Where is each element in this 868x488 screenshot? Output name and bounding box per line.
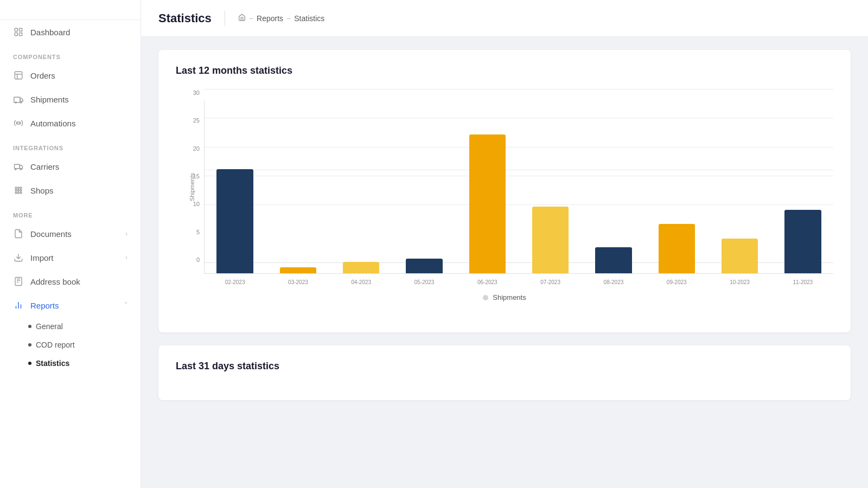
breadcrumb: − Reports − Statistics [238, 14, 324, 23]
home-icon[interactable] [238, 14, 246, 23]
svg-point-14 [15, 187, 17, 189]
svg-rect-11 [15, 164, 20, 169]
sidebar-shipments-label: Shipments [30, 95, 69, 104]
sidebar-item-address-book[interactable]: Address book [0, 269, 141, 293]
sidebar-item-reports[interactable]: Reports ˅ [0, 293, 141, 317]
breadcrumb-sep1: − [249, 14, 253, 23]
y-label-0: 0 [176, 256, 203, 263]
y-label-25: 25 [176, 117, 203, 124]
svg-point-12 [15, 169, 16, 170]
import-icon [13, 252, 24, 263]
reports-chevron-icon: ˅ [124, 301, 127, 309]
breadcrumb-sep2: − [286, 14, 291, 23]
svg-point-22 [20, 192, 22, 194]
sidebar-item-import[interactable]: Import › [0, 246, 141, 269]
orders-icon [13, 70, 24, 81]
svg-rect-3 [20, 33, 22, 36]
sidebar-item-automations[interactable]: Automations [0, 111, 141, 135]
sidebar-dashboard-label: Dashboard [30, 28, 70, 37]
svg-point-19 [20, 190, 22, 191]
main-content: Statistics − Reports − Statistics Last 1… [141, 0, 868, 488]
sidebar-documents-label: Documents [30, 229, 72, 239]
sidebar-orders-label: Orders [30, 71, 55, 80]
bar-x-label: 07-2023 [540, 279, 560, 285]
bar-x-label: 10-2023 [730, 279, 750, 285]
bar-group: 05-2023 [394, 100, 455, 273]
bar [659, 224, 695, 273]
svg-point-10 [17, 122, 20, 125]
bar-x-label: 05-2023 [414, 279, 435, 285]
y-label-5: 5 [176, 229, 203, 235]
sidebar-item-shipments[interactable]: Shipments [0, 87, 141, 111]
sidebar-address-book-label: Address book [30, 277, 80, 286]
y-labels: 0 5 10 15 20 25 30 [176, 89, 203, 263]
sidebar-import-label: Import [30, 253, 54, 262]
automations-icon [13, 118, 24, 129]
svg-rect-0 [15, 28, 17, 31]
svg-rect-4 [15, 72, 22, 79]
bar-group: 09-2023 [646, 100, 707, 273]
sidebar-item-orders[interactable]: Orders [0, 63, 141, 87]
sidebar-statistics-label: Statistics [36, 359, 69, 368]
sidebar-item-documents[interactable]: Documents › [0, 222, 141, 246]
bar [469, 134, 506, 273]
sidebar-general-label: General [36, 322, 63, 331]
chart-12months: Shipments 0 5 [176, 89, 833, 317]
bar-x-label: 04-2023 [351, 279, 371, 285]
sidebar-carriers-label: Carriers [30, 162, 59, 171]
shipments-icon [13, 94, 24, 105]
general-dot [28, 325, 31, 328]
sidebar-sub-item-general[interactable]: General [0, 317, 141, 336]
sidebar: Dashboard COMPONENTS Orders Shipments Au… [0, 0, 141, 488]
cod-dot [28, 343, 31, 346]
bar-group: 11-2023 [773, 100, 833, 273]
card-31days: Last 31 days statistics [158, 345, 851, 400]
reports-icon [13, 300, 24, 311]
chart-31days-title: Last 31 days statistics [176, 361, 833, 372]
documents-chevron-icon: › [125, 230, 127, 237]
sidebar-item-shops[interactable]: Shops [0, 178, 141, 202]
sidebar-sub-item-cod-report[interactable]: COD report [0, 336, 141, 354]
section-label-integrations: INTEGRATIONS [0, 135, 141, 155]
bar-group: 02-2023 [205, 100, 265, 273]
bar-x-label: 03-2023 [288, 279, 308, 285]
sidebar-logo [0, 0, 141, 20]
carriers-icon [13, 161, 24, 172]
sidebar-sub-item-statistics[interactable]: Statistics [0, 354, 141, 373]
svg-point-9 [21, 102, 22, 103]
y-label-15: 15 [176, 173, 203, 179]
legend-dot [483, 295, 488, 300]
bars-container: 02-202303-202304-202305-202306-202307-20… [204, 100, 833, 274]
bar [280, 267, 316, 273]
statistics-dot [28, 362, 31, 365]
bar-x-label: 02-2023 [225, 279, 245, 285]
chart-12months-title: Last 12 months statistics [176, 65, 833, 76]
bar-x-label: 11-2023 [793, 279, 813, 285]
shops-icon [13, 185, 24, 196]
bar-x-label: 09-2023 [667, 279, 687, 285]
breadcrumb-reports[interactable]: Reports [257, 14, 283, 23]
import-chevron-icon: › [125, 254, 127, 261]
bar [532, 207, 569, 273]
breadcrumb-statistics: Statistics [294, 14, 324, 23]
svg-rect-24 [15, 278, 22, 286]
bar-group: 10-2023 [709, 100, 770, 273]
svg-rect-1 [20, 28, 22, 31]
section-label-components: COMPONENTS [0, 44, 141, 63]
bar-x-label: 08-2023 [604, 279, 624, 285]
bar-group: 07-2023 [520, 100, 580, 273]
svg-point-20 [15, 192, 17, 194]
card-12months: Last 12 months statistics Shipments [158, 50, 851, 332]
dashboard-icon [13, 27, 24, 37]
sidebar-item-carriers[interactable]: Carriers [0, 155, 141, 178]
svg-point-18 [18, 190, 20, 191]
section-label-more: MORE [0, 202, 141, 222]
documents-icon [13, 228, 24, 239]
svg-point-15 [18, 187, 20, 189]
bar-group: 03-2023 [267, 100, 328, 273]
sidebar-item-dashboard[interactable]: Dashboard [0, 20, 141, 44]
bar [722, 239, 758, 273]
legend-label: Shipments [493, 293, 526, 301]
sidebar-automations-label: Automations [30, 119, 75, 128]
bar [406, 259, 442, 273]
